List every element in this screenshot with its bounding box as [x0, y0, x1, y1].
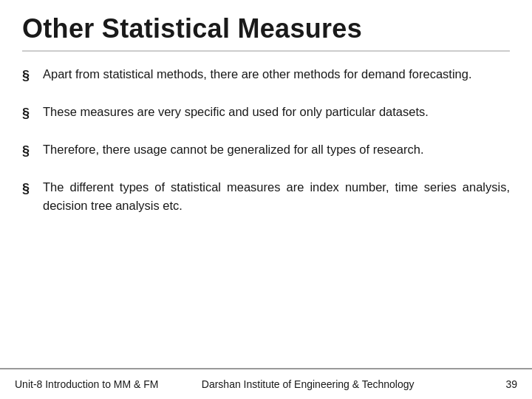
bullet-item-4: § The different types of statistical mea…	[22, 178, 510, 216]
bullet-symbol-3: §	[22, 141, 38, 162]
bullet-text-4: The different types of statistical measu…	[43, 178, 510, 216]
slide-title: Other Statistical Measures	[22, 13, 510, 44]
bullet-symbol-2: §	[22, 103, 38, 124]
title-section: Other Statistical Measures	[22, 13, 510, 52]
slide-container: Other Statistical Measures § Apart from …	[0, 0, 532, 399]
bullet-list: § Apart from statistical methods, there …	[22, 65, 510, 216]
bullet-symbol-1: §	[22, 66, 38, 86]
bullet-text-3: Therefore, there usage cannot be general…	[43, 140, 510, 160]
bullet-item-3: § Therefore, there usage cannot be gener…	[22, 140, 510, 162]
footer-left: Unit-8 Introduction to MM & FM	[15, 378, 183, 390]
bullet-text-1: Apart from statistical methods, there ar…	[43, 65, 510, 84]
bullet-item-1: § Apart from statistical methods, there …	[22, 65, 510, 86]
footer-center: Darshan Institute of Engineering & Techn…	[183, 378, 434, 390]
main-content: Other Statistical Measures § Apart from …	[0, 0, 532, 368]
footer-right: 39	[434, 378, 517, 390]
bullet-item-2: § These measures are very specific and u…	[22, 103, 510, 124]
bullet-symbol-4: §	[22, 179, 38, 200]
bullet-text-2: These measures are very specific and use…	[43, 103, 510, 122]
footer: Unit-8 Introduction to MM & FM Darshan I…	[0, 368, 532, 399]
